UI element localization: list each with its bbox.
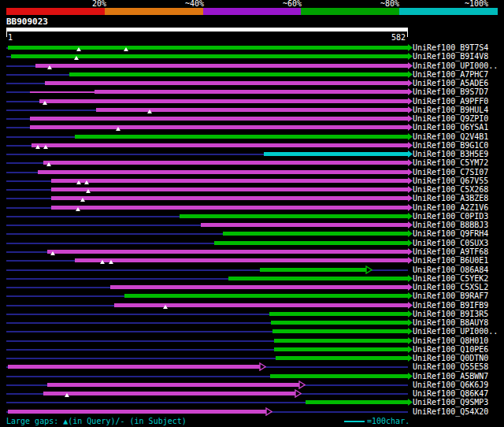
hit-label[interactable]: UniRef100_Q0DTN0 xyxy=(413,354,488,362)
hit-label[interactable]: UniRef100_UPI000.. xyxy=(413,61,498,70)
hit-label[interactable]: UniRef100_C5XSL2 xyxy=(413,283,488,291)
alignment-bar[interactable] xyxy=(51,206,408,210)
hit-label[interactable]: UniRef100_C5YEK2 xyxy=(413,274,488,283)
alignment-bar[interactable] xyxy=(306,400,408,404)
alignment-bar[interactable] xyxy=(38,170,408,174)
hit-label[interactable]: UniRef100_B3H5E9 xyxy=(413,150,488,158)
alignment-bar[interactable] xyxy=(30,125,408,129)
hit-label[interactable]: UniRef100_Q54X20 xyxy=(413,407,488,416)
hit-label[interactable]: UniRef100_Q55E58 xyxy=(413,362,488,371)
query-gap-marker-icon xyxy=(76,207,80,211)
hit-label[interactable]: UniRef100_Q6YSA1 xyxy=(413,123,488,132)
hit-label[interactable]: UniRef100_C7SI07 xyxy=(413,168,488,176)
query-gap-marker-icon xyxy=(109,260,113,264)
scale-label-100: ~100% xyxy=(433,0,488,8)
hit-label[interactable]: UniRef100_A2Z1V6 xyxy=(413,203,488,212)
hit-label[interactable]: UniRef100_UPI000.. xyxy=(413,327,498,336)
hit-label[interactable]: UniRef100_B9HUL4 xyxy=(413,106,488,114)
alignment-bar[interactable] xyxy=(124,294,408,298)
alignment-bar[interactable] xyxy=(274,339,408,343)
hit-label[interactable]: UniRef100_A5BWN7 xyxy=(413,372,488,381)
hit-label[interactable]: UniRef100_C5YM72 xyxy=(413,158,488,167)
hit-label[interactable]: UniRef100_Q9SMP3 xyxy=(413,398,488,407)
hit-label[interactable]: UniRef100_O86A84 xyxy=(413,265,488,274)
hit-row: UniRef100_B9I4V8 xyxy=(0,52,504,61)
alignment-bar[interactable] xyxy=(274,347,408,351)
alignment-bar[interactable] xyxy=(75,135,408,139)
hit-label[interactable]: UniRef100_A9TF68 xyxy=(413,247,488,256)
alignment-bar[interactable] xyxy=(51,188,408,191)
hit-label[interactable]: UniRef100_B6U0E1 xyxy=(413,256,488,265)
alignment-bar[interactable] xyxy=(11,54,408,58)
hit-label[interactable]: UniRef100_B9T7S4 xyxy=(413,43,488,52)
hit-row: UniRef100_B9I3R5 xyxy=(0,310,504,318)
hit-row: UniRef100_B9HUL4 xyxy=(0,106,504,114)
alignment-bar[interactable] xyxy=(8,410,267,414)
hit-label[interactable]: UniRef100_Q9ZPI0 xyxy=(413,114,488,123)
alignment-bar[interactable] xyxy=(228,277,408,280)
hit-label[interactable]: UniRef100_C0SUX3 xyxy=(413,239,488,247)
alignment-bar[interactable] xyxy=(35,64,408,68)
hit-label[interactable]: UniRef100_B8BBJ3 xyxy=(413,221,488,229)
alignment-bar[interactable] xyxy=(269,312,408,316)
alignment-bar[interactable] xyxy=(51,179,408,183)
hit-label[interactable]: UniRef100_B9I4V8 xyxy=(413,52,488,61)
alignment-bar[interactable] xyxy=(114,303,408,307)
alignment-bar[interactable] xyxy=(264,152,408,156)
alignment-bar[interactable] xyxy=(110,285,408,289)
hit-label[interactable]: UniRef100_Q6K6J9 xyxy=(413,381,488,389)
hit-row: UniRef100_Q55E58 xyxy=(0,362,504,371)
alignment-bar[interactable] xyxy=(271,321,408,325)
alignment-bar[interactable] xyxy=(45,81,408,85)
alignment-bar[interactable] xyxy=(223,232,408,236)
hit-label[interactable]: UniRef100_B9G1C0 xyxy=(413,141,488,150)
hit-label[interactable]: UniRef100_A7PHC7 xyxy=(413,70,488,79)
alignment-bar[interactable] xyxy=(272,329,408,333)
alignment-bar[interactable] xyxy=(43,161,408,165)
hit-label[interactable]: UniRef100_B9S7D7 xyxy=(413,87,488,96)
hit-label[interactable]: UniRef100_A5ADE6 xyxy=(413,79,488,87)
alignment-bar[interactable] xyxy=(8,46,408,50)
hit-label[interactable]: UniRef100_B9IFB9 xyxy=(413,301,488,310)
hit-label[interactable]: UniRef100_A9PFF0 xyxy=(413,97,488,106)
alignment-bar[interactable] xyxy=(96,108,408,112)
alignment-bar[interactable] xyxy=(39,99,408,103)
hit-label[interactable]: UniRef100_B9RAF7 xyxy=(413,291,488,300)
hit-label[interactable]: UniRef100_Q2V4B1 xyxy=(413,132,488,141)
alignment-bar[interactable] xyxy=(8,365,260,369)
alignment-bar[interactable] xyxy=(180,214,408,218)
alignment-bar[interactable] xyxy=(214,241,408,245)
alignment-bar[interactable] xyxy=(276,356,408,360)
alignment-bar[interactable] xyxy=(201,223,408,227)
alignment-bar[interactable] xyxy=(270,374,408,378)
scale-legend-line xyxy=(344,421,365,422)
alignment-bar[interactable] xyxy=(47,383,299,387)
alignment-bar[interactable] xyxy=(43,392,295,395)
hit-label[interactable]: UniRef100_C5X268 xyxy=(413,185,488,194)
hit-label[interactable]: UniRef100_A3BZE8 xyxy=(413,194,488,202)
alignment-bar[interactable] xyxy=(30,117,408,121)
query-gap-marker-icon xyxy=(76,47,81,51)
hit-label[interactable]: UniRef100_Q9FRH4 xyxy=(413,229,488,238)
alignment-bar[interactable] xyxy=(69,72,408,76)
hit-row: UniRef100_B6U0E1 xyxy=(0,256,504,265)
identity-scale-segment xyxy=(105,8,203,15)
hit-row: UniRef100_A5ADE6 xyxy=(0,79,504,87)
hit-label[interactable]: UniRef100_C0PID3 xyxy=(413,212,488,221)
alignment-bar[interactable] xyxy=(32,143,408,147)
hit-label[interactable]: UniRef100_Q10PE6 xyxy=(413,345,488,354)
hit-row: UniRef100_Q9FRH4 xyxy=(0,229,504,238)
alignment-bar[interactable] xyxy=(47,250,408,254)
query-gap-marker-icon xyxy=(76,180,81,184)
hit-label[interactable]: UniRef100_Q86K47 xyxy=(413,389,488,398)
alignment-bar[interactable] xyxy=(94,90,408,94)
alignment-bar[interactable] xyxy=(30,91,94,93)
hit-label[interactable]: UniRef100_Q67V55 xyxy=(413,176,488,185)
alignment-bar[interactable] xyxy=(260,268,366,272)
hit-row: UniRef100_Q67V55 xyxy=(0,176,504,185)
alignment-bar[interactable] xyxy=(51,196,408,200)
hit-label[interactable]: UniRef100_Q8H010 xyxy=(413,336,488,345)
alignment-bar[interactable] xyxy=(75,258,408,262)
hit-label[interactable]: UniRef100_B9I3R5 xyxy=(413,310,488,318)
hit-label[interactable]: UniRef100_B8AUY8 xyxy=(413,318,488,327)
